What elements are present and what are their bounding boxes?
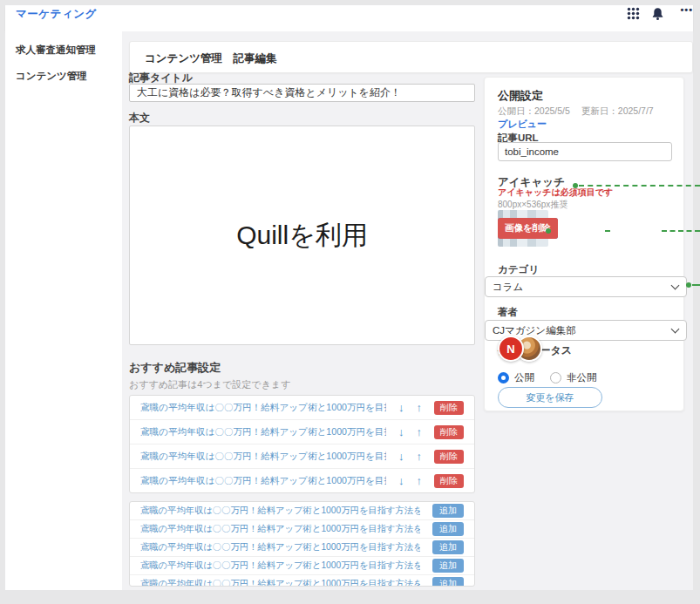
top-header-bar (5, 5, 693, 31)
article-link[interactable]: 鳶職の平均年収は〇〇万円！給料アップ術と1000万円を目指す方法を徹底解説 (140, 402, 386, 414)
move-down-icon[interactable]: ↓ (398, 475, 404, 486)
bell-icon[interactable] (651, 7, 665, 21)
move-up-icon[interactable]: ↑ (417, 451, 423, 462)
move-down-icon[interactable]: ↓ (398, 451, 404, 462)
brand-title[interactable]: マーケティング (16, 7, 97, 22)
annotation-line-buttons (605, 230, 610, 232)
radio-private-label: 非公開 (567, 371, 597, 384)
body-editor-quill[interactable]: Quillを利用 (129, 126, 475, 345)
page-title-card: コンテンツ管理 記事編集 (129, 41, 693, 73)
recommended-heading: おすすめ記事設定 (129, 360, 221, 376)
category-value: コラム (493, 281, 523, 294)
available-article-row: 鳶職の平均年収は〇〇万円！給料アップ術と1000万円を目指す方法を徹底解説 追加 (130, 502, 474, 520)
move-up-icon[interactable]: ↑ (417, 426, 423, 438)
delete-button[interactable]: 削除 (434, 425, 464, 439)
delete-button[interactable]: 削除 (434, 450, 464, 464)
article-title-input[interactable] (129, 84, 475, 102)
eyecatch-size-note: 800px×536px推奨 (498, 199, 567, 211)
radio-public[interactable] (498, 372, 509, 383)
editor-placeholder-text: Quillを利用 (236, 218, 368, 254)
annotation-dot (546, 228, 551, 234)
article-link[interactable]: 鳶職の平均年収は〇〇万円！給料アップ術と1000万円を目指す方法を徹底解説 (140, 426, 386, 438)
avatar-initial-n: N (498, 336, 524, 362)
publish-status-radios: 公開 非公開 (498, 371, 597, 384)
add-button[interactable]: 追加 (432, 559, 464, 573)
radio-private[interactable] (550, 372, 561, 383)
article-link[interactable]: 鳶職の平均年収は〇〇万円！給料アップ術と1000万円を目指す方法を徹底解説 (140, 505, 420, 517)
article-link[interactable]: 鳶職の平均年収は〇〇万円！給料アップ術と1000万円を目指す方法を徹底解説 (140, 560, 420, 572)
move-up-icon[interactable]: ↑ (417, 402, 423, 413)
radio-public-label: 公開 (514, 371, 534, 384)
body-label: 本文 (129, 111, 150, 126)
article-link[interactable]: 鳶職の平均年収は〇〇万円！給料アップ術と1000万円を目指す方法を徹底解説 (140, 523, 420, 535)
available-article-row: 鳶職の平均年収は〇〇万円！給料アップ術と1000万円を目指す方法を徹底解説 追加 (130, 520, 474, 539)
delete-button[interactable]: 削除 (434, 474, 464, 488)
move-down-icon[interactable]: ↓ (398, 426, 404, 438)
selected-article-row: 鳶職の平均年収は〇〇万円！給料アップ術と1000万円を目指す方法を徹底解説 ↓ … (130, 445, 474, 469)
page-title: コンテンツ管理 記事編集 (130, 42, 692, 66)
category-select[interactable]: コラム (485, 276, 687, 297)
available-articles-list: 鳶職の平均年収は〇〇万円！給料アップ術と1000万円を目指す方法を徹底解説 追加… (129, 501, 475, 587)
add-button[interactable]: 追加 (432, 522, 464, 536)
article-link[interactable]: 鳶職の平均年収は〇〇万円！給料アップ術と1000万円を目指す方法を徹底解説 (140, 578, 420, 587)
available-article-row: 鳶職の平均年収は〇〇万円！給料アップ術と1000万円を目指す方法を徹底解説 追加 (130, 557, 474, 575)
author-label: 著者 (498, 306, 518, 319)
selected-articles-list: 鳶職の平均年収は〇〇万円！給料アップ術と1000万円を目指す方法を徹底解説 ↓ … (129, 395, 475, 493)
move-up-icon[interactable]: ↑ (417, 475, 423, 486)
preview-link[interactable]: プレビュー (498, 118, 547, 131)
presence-avatars: N (498, 336, 542, 362)
publish-settings-heading: 公開設定 (498, 88, 543, 104)
article-link[interactable]: 鳶職の平均年収は〇〇万円！給料アップ術と1000万円を目指す方法を徹底解説 (140, 541, 420, 553)
selected-article-row: 鳶職の平均年収は〇〇万円！給料アップ術と1000万円を目指す方法を徹底解説 ↓ … (130, 469, 474, 492)
add-button[interactable]: 追加 (432, 504, 464, 518)
article-link[interactable]: 鳶職の平均年収は〇〇万円！給料アップ術と1000万円を目指す方法を徹底解説 (140, 475, 386, 487)
add-button[interactable]: 追加 (432, 540, 464, 554)
published-date: 公開日：2025/5/5 (498, 105, 570, 116)
recommended-note: おすすめ記事は4つまで設定できます (129, 378, 290, 391)
annotation-dot (686, 282, 691, 288)
apps-grid-icon[interactable] (627, 7, 641, 21)
annotation-line-category (692, 284, 700, 286)
more-options-icon[interactable]: ••• (680, 4, 693, 15)
annotation-dot (573, 183, 578, 188)
delete-button[interactable]: 削除 (434, 401, 464, 415)
left-sidebar (5, 31, 122, 590)
publish-dates: 公開日：2025/5/5 更新日：2025/7/7 (498, 105, 654, 118)
available-article-row: 鳶職の平均年収は〇〇万円！給料アップ術と1000万円を目指す方法を徹底解説 追加 (130, 539, 474, 557)
sidebar-item-content-management[interactable]: コンテンツ管理 (16, 70, 87, 83)
chevron-down-icon (671, 282, 680, 290)
article-link[interactable]: 鳶職の平均年収は〇〇万円！給料アップ術と1000万円を目指す方法を徹底解説 (140, 451, 386, 463)
annotation-line-delete-image (662, 230, 700, 232)
save-changes-button[interactable]: 変更を保存 (498, 387, 602, 408)
move-down-icon[interactable]: ↓ (398, 402, 404, 413)
article-url-input[interactable] (498, 142, 672, 161)
selected-article-row: 鳶職の平均年収は〇〇万円！給料アップ術と1000万円を目指す方法を徹底解説 ↓ … (130, 420, 474, 445)
eyecatch-required-note: アイキャッチは必須項目です (498, 187, 613, 199)
category-label: カテゴリ (498, 263, 539, 276)
annotation-line-required (579, 185, 700, 187)
add-button[interactable]: 追加 (432, 577, 464, 587)
sidebar-item-job-review[interactable]: 求人審査通知管理 (16, 44, 96, 57)
chevron-down-icon (671, 325, 680, 334)
available-article-row: 鳶職の平均年収は〇〇万円！給料アップ術と1000万円を目指す方法を徹底解説 追加 (130, 575, 474, 587)
updated-date: 更新日：2025/7/7 (581, 105, 654, 116)
selected-article-row: 鳶職の平均年収は〇〇万円！給料アップ術と1000万円を目指す方法を徹底解説 ↓ … (130, 396, 474, 420)
publish-settings-panel: 公開設定 公開日：2025/5/5 更新日：2025/7/7 プレビュー 記事U… (484, 77, 684, 411)
